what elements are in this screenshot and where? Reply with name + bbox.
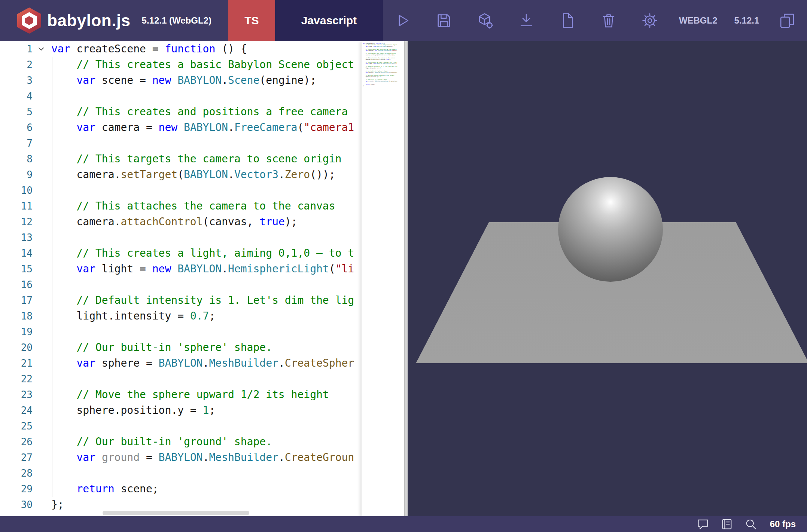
line-number: 30: [0, 497, 33, 513]
code-line[interactable]: // This creates a light, aiming 0,1,0 — …: [51, 245, 404, 261]
new-doc-icon: [559, 12, 576, 29]
code-line[interactable]: [51, 230, 404, 245]
babylon-playground: babylon.js 5.12.1 (WebGL2) TS Javascript: [0, 0, 807, 532]
line-number: 28: [0, 465, 33, 481]
line-number: 27: [0, 450, 33, 465]
search-icon: [744, 518, 757, 531]
code-area[interactable]: var createScene = function () { // This …: [51, 41, 404, 516]
line-number: 19: [0, 324, 33, 340]
fold-chevron-icon[interactable]: [37, 45, 46, 53]
download-button[interactable]: [518, 12, 535, 29]
code-line[interactable]: camera.attachControl(canvas, true);: [51, 214, 404, 230]
code-line[interactable]: var sphere = BABYLON.MeshBuilder.CreateS…: [51, 355, 404, 371]
code-line[interactable]: sphere.position.y = 1;: [51, 403, 404, 418]
code-line[interactable]: // This attaches the camera to the canva…: [51, 198, 404, 214]
download-icon: [518, 12, 535, 29]
save-button[interactable]: [435, 12, 453, 29]
play-icon: [394, 12, 411, 29]
render-canvas[interactable]: [408, 41, 807, 516]
engine-label: WEBGL2: [679, 15, 718, 26]
code-line[interactable]: var scene = new BABYLON.Scene(engine);: [51, 73, 404, 88]
indent-guide: [52, 57, 52, 497]
code-line[interactable]: var createScene = function () {: [51, 41, 404, 57]
code-line[interactable]: camera.setTarget(BABYLON.Vector3.Zero())…: [51, 167, 404, 183]
sphere-mesh: [558, 177, 663, 282]
code-line[interactable]: [51, 465, 404, 481]
code-line[interactable]: [51, 418, 404, 434]
inspector-icon: [476, 12, 494, 29]
vertical-scrollbar[interactable]: [399, 41, 404, 516]
code-line[interactable]: light.intensity = 0.7;: [51, 308, 404, 324]
code-line[interactable]: return scene;: [51, 481, 404, 497]
line-number: 12: [0, 214, 33, 230]
line-number: 13: [0, 230, 33, 245]
typescript-tab[interactable]: TS: [228, 0, 275, 41]
line-number: 26: [0, 434, 33, 450]
line-number: 16: [0, 277, 33, 293]
fps-label: 60 fps: [770, 519, 796, 529]
minimap-line: };: [363, 85, 398, 87]
main-area: 1234567891011121314151617181920212223242…: [0, 41, 807, 516]
save-icon: [435, 12, 453, 29]
trash-icon: [600, 12, 617, 29]
editor-canvas-splitter[interactable]: [404, 41, 408, 516]
line-number: 9: [0, 167, 33, 183]
line-number: 25: [0, 418, 33, 434]
settings-button[interactable]: [641, 12, 658, 29]
header-actions: [394, 0, 658, 41]
horizontal-scrollbar-thumb[interactable]: [103, 511, 249, 515]
code-line[interactable]: [51, 277, 404, 293]
code-line[interactable]: };: [51, 497, 404, 513]
javascript-tab[interactable]: Javascript: [275, 0, 383, 41]
inspector-button[interactable]: [476, 12, 494, 29]
code-line[interactable]: var light = new BABYLON.HemisphericLight…: [51, 261, 404, 277]
minimap-content: var createScene = function () { // This …: [363, 43, 398, 87]
engine-version: 5.12.1: [734, 15, 759, 26]
code-line[interactable]: // Our built-in 'ground' shape.: [51, 434, 404, 450]
code-line[interactable]: // This creates and positions a free cam…: [51, 104, 404, 120]
line-number: 21: [0, 355, 33, 371]
brand: babylon.js: [0, 0, 131, 41]
minimap-line: var scene = new BABYLON.Scene(engine);: [363, 46, 398, 48]
copy-button[interactable]: [779, 12, 796, 29]
code-lines: var createScene = function () { // This …: [51, 41, 404, 513]
babylon-logo-icon[interactable]: [17, 7, 41, 34]
copy-icon: [779, 12, 796, 29]
code-line[interactable]: var camera = new BABYLON.FreeCamera("cam…: [51, 120, 404, 135]
code-line[interactable]: // This creates a basic Babylon Scene ob…: [51, 57, 404, 73]
code-line[interactable]: [51, 371, 404, 387]
minimap[interactable]: var createScene = function () { // This …: [362, 41, 399, 516]
search-button[interactable]: [744, 518, 757, 531]
line-number: 3: [0, 73, 33, 88]
brand-title: babylon.js: [47, 11, 131, 30]
line-number: 10: [0, 183, 33, 198]
status-bar: 60 fps: [0, 516, 807, 532]
line-number: 15: [0, 261, 33, 277]
code-line[interactable]: var ground = BABYLON.MeshBuilder.CreateG…: [51, 450, 404, 465]
run-button[interactable]: [394, 12, 411, 29]
code-line[interactable]: [51, 88, 404, 104]
feedback-button[interactable]: [697, 518, 709, 531]
gutter: 1234567891011121314151617181920212223242…: [0, 41, 51, 516]
code-line[interactable]: [51, 135, 404, 151]
code-line[interactable]: // Move the sphere upward 1/2 its height: [51, 387, 404, 403]
code-line[interactable]: // Our built-in 'sphere' shape.: [51, 340, 404, 355]
code-line[interactable]: [51, 324, 404, 340]
line-number: 23: [0, 387, 33, 403]
docs-button[interactable]: [721, 518, 733, 531]
line-number: 20: [0, 340, 33, 355]
line-number: 5: [0, 104, 33, 120]
header-bar: babylon.js 5.12.1 (WebGL2) TS Javascript: [0, 0, 807, 41]
line-number: 29: [0, 481, 33, 497]
new-button[interactable]: [559, 12, 576, 29]
line-number: 4: [0, 88, 33, 104]
code-editor: 1234567891011121314151617181920212223242…: [0, 41, 404, 516]
code-line[interactable]: // Default intensity is 1. Let's dim the…: [51, 293, 404, 308]
minimap-line: var sphere = BABYLON.MeshBuilder.CreateS…: [363, 72, 398, 74]
code-line[interactable]: // This targets the camera to scene orig…: [51, 151, 404, 167]
line-number: 24: [0, 403, 33, 418]
code-line[interactable]: [51, 183, 404, 198]
line-number: 1: [0, 41, 33, 57]
horizontal-scrollbar[interactable]: [103, 511, 356, 515]
delete-button[interactable]: [600, 12, 617, 29]
